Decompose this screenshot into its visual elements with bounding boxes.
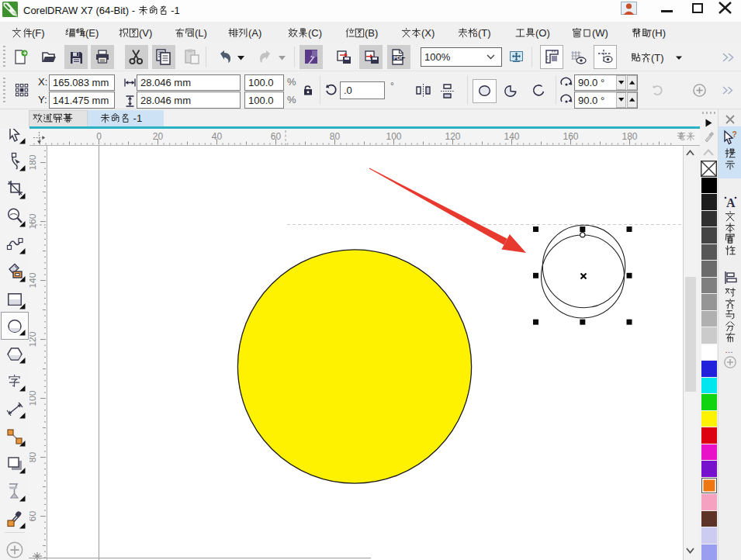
svg-text:A: A <box>726 196 736 209</box>
svg-text:0: 0 <box>96 131 102 142</box>
svg-text:20: 20 <box>153 131 164 142</box>
svg-text:120: 120 <box>29 331 38 347</box>
svg-text:160: 160 <box>563 131 578 142</box>
svg-text:120: 120 <box>445 131 460 142</box>
svg-text:?: ? <box>732 130 737 139</box>
svg-text:80: 80 <box>330 131 341 142</box>
svg-text:60: 60 <box>271 131 282 142</box>
svg-text:180: 180 <box>29 154 38 170</box>
svg-text:80: 80 <box>29 452 38 463</box>
svg-text:60: 60 <box>29 511 38 522</box>
svg-text:160: 160 <box>29 213 38 229</box>
svg-text:100: 100 <box>386 131 401 142</box>
svg-text:140: 140 <box>504 131 519 142</box>
svg-text:100: 100 <box>29 390 38 406</box>
svg-text:40: 40 <box>212 131 223 142</box>
svg-text:140: 140 <box>29 272 38 288</box>
svg-text:180: 180 <box>622 131 637 142</box>
